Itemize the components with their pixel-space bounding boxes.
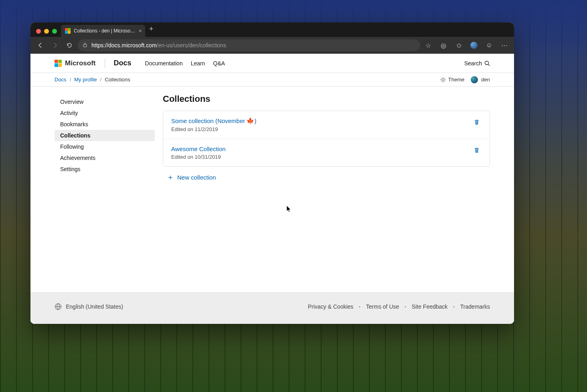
feedback-smiley-icon[interactable]: ☺	[484, 40, 495, 51]
breadcrumb-separator: /	[70, 77, 71, 83]
tracking-prevention-icon[interactable]: ◎	[438, 40, 449, 51]
globe-icon	[55, 303, 62, 310]
collection-edited-text: Edited on 10/31/2019	[171, 154, 467, 160]
window-minimize-button[interactable]	[44, 29, 49, 34]
svg-line-8	[441, 78, 441, 78]
site-footer: English (United States) Privacy & Cookie…	[30, 292, 514, 324]
header-nav: Documentation Learn Q&A	[145, 60, 225, 67]
svg-line-10	[441, 81, 441, 81]
language-selector[interactable]: English (United States)	[55, 303, 123, 310]
footer-separator: •	[453, 305, 455, 309]
search-label: Search	[464, 60, 482, 67]
plus-icon: ＋	[167, 172, 174, 182]
lock-icon	[83, 42, 87, 48]
footer-link-privacy[interactable]: Privacy & Cookies	[308, 303, 354, 310]
microsoft-logo[interactable]: Microsoft	[55, 59, 96, 67]
footer-separator: •	[359, 305, 360, 309]
nav-qa[interactable]: Q&A	[213, 60, 225, 67]
sidebar-item-settings[interactable]: Settings	[55, 164, 155, 175]
breadcrumb: Docs / My profile / Collections Theme de…	[30, 73, 514, 87]
theme-toggle[interactable]: Theme	[440, 77, 464, 83]
sidebar-item-collections[interactable]: Collections	[55, 130, 155, 141]
window-close-button[interactable]	[36, 29, 41, 34]
docs-brand[interactable]: Docs	[114, 59, 132, 67]
sidebar-item-overview[interactable]: Overview	[55, 96, 155, 107]
avatar	[471, 76, 478, 83]
collection-edited-text: Edited on 11/2/2019	[171, 126, 467, 132]
header-divider	[105, 59, 105, 68]
new-collection-label: New collection	[177, 174, 216, 181]
language-label: English (United States)	[66, 303, 123, 310]
arrow-right-icon	[52, 42, 58, 48]
user-menu[interactable]: den	[471, 76, 490, 83]
svg-line-2	[488, 64, 490, 66]
url-text: https://docs.microsoft.com/en-us/users/d…	[91, 42, 226, 48]
back-button[interactable]	[34, 39, 47, 51]
microsoft-logo-icon	[55, 60, 62, 67]
footer-separator: •	[405, 305, 406, 309]
content-area: Overview Activity Bookmarks Collections …	[30, 87, 514, 292]
browser-window: Collections - den | Microsoft Do × + htt…	[30, 22, 514, 324]
arrow-left-icon	[37, 42, 44, 48]
footer-link-trademarks[interactable]: Trademarks	[460, 303, 490, 310]
footer-link-feedback[interactable]: Site Feedback	[412, 303, 448, 310]
collection-row: Some collection (November 🍁) Edited on 1…	[163, 111, 490, 139]
new-collection-button[interactable]: ＋ New collection	[163, 172, 490, 182]
favorite-star-icon[interactable]: ☆	[423, 40, 434, 51]
tab-title: Collections - den | Microsoft Do	[74, 28, 136, 34]
user-name: den	[481, 77, 490, 83]
svg-line-11	[444, 78, 445, 78]
collection-link[interactable]: Some collection (November 🍁)	[171, 117, 467, 125]
toolbar-right-icons: ☆ ◎ ✩ ☺ ⋯	[423, 40, 510, 51]
favorites-list-icon[interactable]: ✩	[453, 40, 464, 51]
breadcrumb-my-profile[interactable]: My profile	[74, 77, 97, 83]
sidebar-item-activity[interactable]: Activity	[55, 107, 155, 119]
forward-button[interactable]	[49, 39, 61, 51]
collection-link[interactable]: Awesome Collection	[171, 145, 467, 152]
tab-close-icon[interactable]: ×	[139, 28, 142, 34]
tab-strip: Collections - den | Microsoft Do × +	[30, 22, 514, 37]
breadcrumb-separator: /	[100, 77, 102, 83]
footer-link-terms[interactable]: Terms of Use	[366, 303, 399, 310]
sidebar-item-achievements[interactable]: Achievements	[55, 152, 155, 164]
svg-point-3	[442, 79, 444, 81]
page-content: Microsoft Docs Documentation Learn Q&A S…	[30, 54, 514, 324]
collections-list: Some collection (November 🍁) Edited on 1…	[163, 111, 490, 167]
sun-icon	[440, 77, 446, 83]
breadcrumb-current: Collections	[105, 77, 130, 83]
search-icon	[484, 61, 490, 66]
breadcrumb-docs[interactable]: Docs	[55, 77, 67, 83]
microsoft-logo-text: Microsoft	[65, 59, 96, 67]
refresh-button[interactable]	[63, 39, 75, 51]
svg-line-9	[444, 81, 445, 81]
footer-links: Privacy & Cookies • Terms of Use • Site …	[308, 303, 490, 310]
address-bar[interactable]: https://docs.microsoft.com/en-us/users/d…	[78, 39, 420, 51]
sidebar-item-bookmarks[interactable]: Bookmarks	[55, 119, 155, 130]
theme-label: Theme	[448, 77, 464, 83]
browser-tab-active[interactable]: Collections - den | Microsoft Do ×	[61, 25, 145, 37]
collection-row: Awesome Collection Edited on 10/31/2019	[163, 139, 490, 166]
nav-learn[interactable]: Learn	[191, 60, 205, 67]
nav-documentation[interactable]: Documentation	[145, 60, 183, 67]
delete-collection-button[interactable]	[472, 117, 482, 129]
svg-point-1	[485, 61, 489, 65]
svg-rect-0	[83, 44, 87, 47]
more-menu-icon[interactable]: ⋯	[499, 40, 510, 51]
search-button[interactable]: Search	[464, 60, 490, 67]
delete-collection-button[interactable]	[472, 145, 482, 157]
browser-profile-icon[interactable]	[468, 40, 480, 51]
trash-icon	[474, 119, 480, 125]
window-controls	[34, 29, 61, 37]
trash-icon	[474, 147, 480, 154]
browser-toolbar: https://docs.microsoft.com/en-us/users/d…	[30, 37, 514, 54]
site-header: Microsoft Docs Documentation Learn Q&A S…	[30, 54, 514, 73]
main-column: Collections Some collection (November 🍁)…	[163, 94, 490, 292]
new-tab-button[interactable]: +	[145, 25, 158, 35]
sidebar-item-following[interactable]: Following	[55, 141, 155, 152]
profile-sidebar: Overview Activity Bookmarks Collections …	[55, 94, 155, 292]
window-maximize-button[interactable]	[52, 29, 57, 34]
tab-favicon	[65, 28, 71, 34]
page-title: Collections	[163, 94, 490, 104]
refresh-icon	[66, 42, 73, 48]
